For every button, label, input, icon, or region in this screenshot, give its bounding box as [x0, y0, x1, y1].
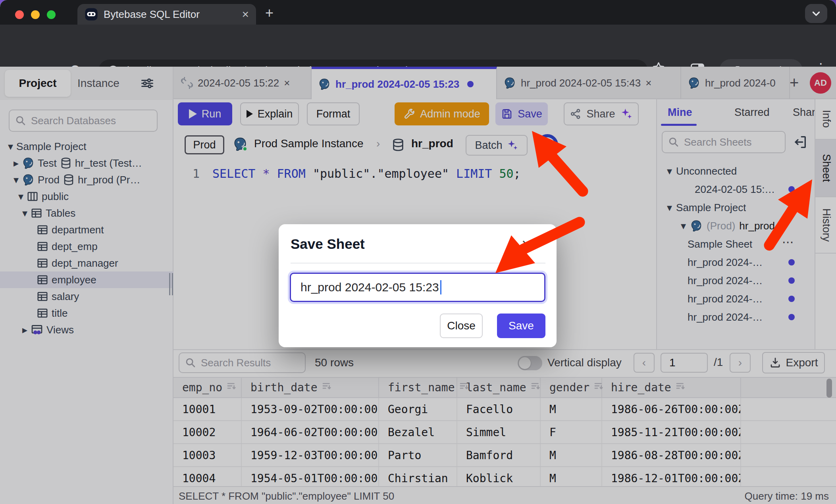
new-tab-button[interactable]: +: [265, 5, 274, 21]
traffic-minimize-button[interactable]: [31, 10, 40, 19]
sheet-name-input[interactable]: hr_prod 2024-02-05 15:23: [290, 273, 545, 302]
browser-toolbar: ← → ⟳ localhost:8080/sql-editor/prod-sam…: [0, 25, 836, 67]
traffic-zoom-button[interactable]: [47, 10, 56, 19]
traffic-close-button[interactable]: [15, 10, 24, 19]
dialog-title: Save Sheet: [291, 236, 365, 252]
dialog-save-button[interactable]: Save: [497, 314, 545, 338]
sheet-name-value: hr_prod 2024-02-05 15:23: [300, 281, 439, 294]
bytebase-favicon: [85, 8, 98, 21]
dialog-divider: [291, 263, 545, 264]
browser-tabstrip: Bytebase SQL Editor × +: [0, 0, 836, 25]
browser-window: Bytebase SQL Editor × + ← → ⟳ localhost:…: [0, 0, 836, 504]
browser-tab-title: Bytebase SQL Editor: [104, 8, 236, 21]
close-button[interactable]: Close: [440, 314, 483, 338]
save-sheet-dialog: Save Sheet × hr_prod 2024-02-05 15:23 Cl…: [279, 224, 557, 347]
browser-tab-close-icon[interactable]: ×: [242, 8, 249, 21]
chevron-down-icon: [811, 8, 821, 19]
tab-search-button[interactable]: [805, 4, 827, 23]
text-caret: [440, 280, 441, 294]
browser-tab[interactable]: Bytebase SQL Editor ×: [77, 4, 256, 25]
close-icon[interactable]: ×: [522, 236, 531, 252]
